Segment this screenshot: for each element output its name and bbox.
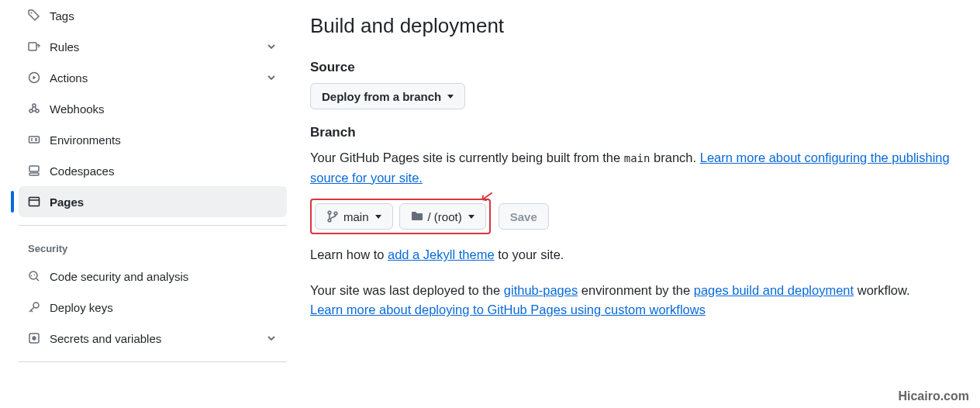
sidebar-item-label: Rules: [50, 40, 265, 54]
codespaces-icon: [28, 164, 40, 177]
github-pages-env-link[interactable]: github-pages: [504, 283, 578, 297]
chevron-down-icon: [265, 332, 278, 344]
sidebar-item-environments[interactable]: Environments: [19, 124, 287, 155]
source-dropdown[interactable]: Deploy from a branch: [310, 83, 465, 109]
svg-rect-9: [29, 198, 40, 206]
browser-icon: [28, 195, 40, 208]
svg-point-4: [36, 109, 39, 112]
pages-workflow-link[interactable]: pages build and deployment: [694, 283, 854, 297]
sidebar-item-label: Tags: [50, 9, 278, 22]
chevron-down-icon: [265, 71, 278, 84]
deploy-section: Your site was last deployed to the githu…: [310, 281, 957, 320]
caret-down-icon: [468, 215, 474, 219]
branch-controls-row: ↙ main / (root) Save: [310, 199, 957, 234]
sidebar-item-secrets[interactable]: Secrets and variables: [19, 323, 287, 354]
branch-selector[interactable]: main: [315, 203, 393, 230]
webhook-icon: [28, 102, 40, 115]
folder-icon: [411, 210, 423, 223]
svg-point-5: [33, 104, 36, 107]
caret-down-icon: [375, 215, 381, 219]
svg-point-15: [334, 212, 337, 215]
svg-point-0: [31, 12, 33, 14]
sidebar-item-label: Pages: [50, 195, 278, 209]
sidebar-item-label: Webhooks: [50, 102, 278, 116]
source-heading: Source: [310, 60, 957, 75]
annotation-highlight: ↙ main / (root): [310, 199, 491, 234]
deploy-learn-text: Learn more about deploying to GitHub Pag…: [310, 300, 957, 320]
sidebar-item-code-security[interactable]: Code security and analysis: [19, 261, 287, 292]
svg-rect-1: [29, 43, 36, 50]
tag-icon: [28, 9, 40, 22]
sidebar-item-label: Secrets and variables: [50, 332, 265, 345]
folder-selector[interactable]: / (root): [399, 203, 486, 230]
chevron-down-icon: [265, 40, 278, 53]
page-title: Build and deployment: [310, 14, 957, 38]
sidebar-item-tags[interactable]: Tags: [19, 0, 287, 31]
sidebar-item-label: Environments: [50, 133, 278, 147]
codescan-icon: [28, 270, 40, 282]
svg-point-14: [328, 219, 331, 222]
annotation-arrow-icon: ↙: [478, 185, 495, 208]
save-button[interactable]: Save: [499, 203, 549, 230]
watermark: Hicairo.com: [898, 389, 969, 403]
svg-point-13: [328, 211, 331, 214]
sidebar-item-codespaces[interactable]: Codespaces: [19, 155, 287, 186]
git-branch-icon: [326, 210, 339, 223]
source-section: Source Deploy from a branch: [310, 60, 957, 109]
asterisk-icon: [28, 332, 40, 344]
svg-point-3: [29, 109, 33, 112]
key-icon: [28, 301, 40, 313]
sidebar-section-security: Security: [19, 230, 287, 261]
main-content: Build and deployment Source Deploy from …: [287, 0, 980, 367]
sidebar-item-pages[interactable]: Pages: [19, 186, 287, 217]
caret-down-icon: [447, 95, 454, 99]
sidebar-item-label: Code security and analysis: [50, 270, 278, 283]
branch-heading: Branch: [310, 125, 957, 140]
svg-rect-6: [29, 137, 40, 143]
branch-code: main: [624, 152, 650, 164]
learn-more-deploy-link[interactable]: Learn more about deploying to GitHub Pag…: [310, 303, 706, 316]
jekyll-theme-link[interactable]: add a Jekyll theme: [388, 247, 495, 261]
branch-selector-label: main: [343, 210, 369, 223]
sidebar-item-label: Actions: [50, 71, 265, 85]
server-icon: [28, 133, 40, 146]
sidebar-item-webhooks[interactable]: Webhooks: [19, 93, 287, 124]
svg-point-11: [33, 303, 39, 308]
sidebar-item-rules[interactable]: Rules: [19, 31, 287, 62]
svg-rect-7: [29, 166, 39, 171]
sidebar: Tags Rules Actions Webhooks Environments…: [0, 0, 287, 367]
branch-section: Branch Your GitHub Pages site is current…: [310, 125, 957, 265]
rules-icon: [28, 40, 40, 53]
deploy-text: Your site was last deployed to the githu…: [310, 281, 957, 301]
play-icon: [28, 71, 40, 84]
branch-description: Your GitHub Pages site is currently bein…: [310, 148, 957, 188]
folder-selector-label: / (root): [428, 210, 462, 223]
divider: [19, 361, 287, 362]
svg-rect-8: [29, 173, 39, 175]
svg-point-10: [29, 271, 37, 279]
sidebar-item-deploy-keys[interactable]: Deploy keys: [19, 292, 287, 323]
sidebar-item-label: Deploy keys: [50, 301, 278, 314]
divider: [19, 225, 287, 226]
source-dropdown-label: Deploy from a branch: [322, 90, 441, 103]
sidebar-item-actions[interactable]: Actions: [19, 62, 287, 93]
jekyll-text: Learn how to add a Jekyll theme to your …: [310, 245, 957, 265]
sidebar-item-label: Codespaces: [50, 164, 278, 178]
